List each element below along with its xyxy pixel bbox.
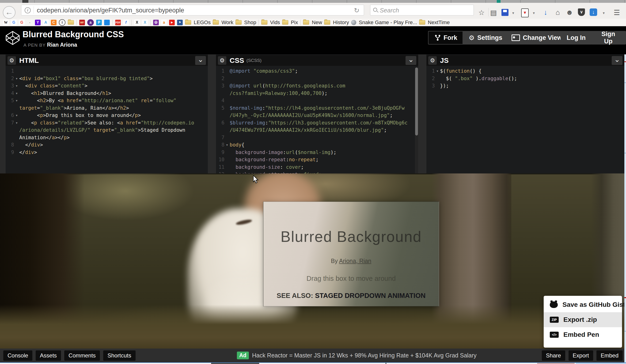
code-line[interactable]: 10 background-repeat:no-repeat; — [216, 156, 418, 164]
html-settings-gear-icon[interactable]: ⚙ — [7, 56, 16, 65]
bookmark-item[interactable]: New — [302, 19, 322, 26]
ad-text[interactable]: Hack Reactor = Master JS in 12 Wks + 98%… — [252, 352, 477, 359]
code-line[interactable]: 6$blurred-img:"https://lh3.googleusercon… — [216, 119, 418, 127]
fork-button[interactable]: Fork — [428, 31, 464, 44]
code-line[interactable]: 3@import url(http://fonts.googleapis.com — [216, 82, 418, 90]
bookmark-item[interactable]: History — [323, 19, 349, 26]
comments-button[interactable]: Comments — [64, 350, 100, 361]
see-also-link[interactable]: STAGED DROPDOWN ANIMATION — [315, 292, 426, 299]
bookmark-favicon[interactable]: PDF — [115, 20, 121, 25]
shield-extension-icon[interactable]: ∨ — [578, 8, 585, 16]
fold-arrow-icon[interactable]: ▾ — [14, 90, 19, 97]
draggable-blurred-box[interactable]: Blurred Background By Ariona, Rian Drag … — [263, 202, 439, 306]
bookmark-favicon[interactable]: ☮ — [153, 20, 159, 25]
bookmark-star-icon[interactable]: ☆ — [477, 8, 486, 17]
bookmark-item[interactable]: Pix — [281, 19, 298, 26]
html-code-editor[interactable]: 12▾<div id="box1" class="box blurred-bg … — [6, 68, 208, 174]
fold-arrow-icon[interactable]: ▾ — [14, 119, 19, 127]
fold-arrow-icon[interactable]: ▾ — [14, 97, 19, 105]
reload-icon[interactable]: ↻ — [354, 6, 359, 14]
code-line[interactable]: Animation</a></p> — [6, 134, 208, 142]
codepen-logo-icon[interactable] — [5, 31, 20, 45]
code-line[interactable]: 7 — [216, 134, 418, 142]
bookmark-item[interactable]: LEGOs — [184, 19, 211, 26]
bookmark-item[interactable]: Vids — [260, 19, 280, 26]
bookmark-favicon[interactable] — [104, 20, 110, 25]
bookmark-favicon[interactable]: WF — [79, 20, 85, 25]
search-input[interactable]: Search — [370, 5, 474, 15]
js-collapse-button[interactable]: ⌄ — [612, 56, 623, 65]
code-line[interactable]: 1@import "compass/css3"; — [216, 68, 418, 75]
signup-button[interactable]: Sign Up — [590, 31, 626, 44]
code-line[interactable]: /U47yh_-OycI/AAAAAAAAI2U/uaU5pK49N1w/s16… — [216, 112, 418, 119]
menu-item-export-zip[interactable]: ZIP Export .zip — [544, 312, 622, 327]
bookmark-favicon[interactable]: Y — [35, 20, 40, 25]
code-line[interactable]: /U474EWu7Y9I/AAAAAAAAI2k/xkRGoIEC1iU/s16… — [216, 127, 418, 134]
code-line[interactable]: 1 — [6, 68, 208, 75]
css-settings-gear-icon[interactable]: ⚙ — [218, 56, 226, 65]
code-line[interactable]: 11 background-size: cover; — [216, 164, 418, 171]
change-view-button[interactable]: Change View — [506, 31, 568, 44]
bookmark-item[interactable]: Work — [212, 19, 233, 26]
code-line[interactable]: 8 </div> — [6, 141, 208, 149]
css-collapse-button[interactable]: ⌄ — [405, 56, 416, 65]
css-code-editor[interactable]: 1@import "compass/css3";23@import url(ht… — [216, 68, 418, 174]
browser-tab-strip[interactable] — [0, 0, 626, 3]
code-line[interactable]: /css?family=Raleway:100,400,700); — [216, 90, 418, 97]
extension-dropdown-caret-icon[interactable]: ▾ — [603, 11, 605, 15]
embed-button[interactable]: Embed — [596, 350, 623, 361]
bookmark-item[interactable]: NextTime — [418, 19, 450, 26]
bookmark-favicon[interactable]: X — [142, 20, 148, 25]
bookmark-favicon[interactable]: ▶ — [169, 20, 175, 25]
code-line[interactable]: 4▾ <h1>Blurred Background</h1> — [6, 90, 208, 97]
fold-arrow-icon[interactable]: ▾ — [14, 82, 19, 90]
bookmark-favicon[interactable]: i — [59, 19, 65, 26]
code-line[interactable]: 9 background-image:url($normal-img); — [216, 149, 418, 156]
code-line[interactable]: 5▾ <h2>By <a href="http://ariona.net" re… — [6, 97, 208, 105]
fold-arrow-icon[interactable]: ▾ — [435, 68, 440, 75]
export-button[interactable]: Export — [569, 350, 593, 361]
save-session-icon[interactable] — [502, 9, 509, 16]
bookmark-favicon[interactable]: G — [19, 20, 25, 25]
code-line[interactable]: target="_blank">Ariona, Rian</a></h2> — [6, 105, 208, 112]
bookmark-favicon[interactable]: X — [134, 20, 140, 25]
pocket-icon[interactable]: ▼ — [521, 8, 529, 17]
bookmark-favicon[interactable]: a — [161, 20, 167, 25]
share-button[interactable]: Share — [542, 350, 565, 361]
bookmark-favicon[interactable]: C — [51, 20, 57, 25]
bookmark-favicon[interactable]: G — [11, 20, 17, 25]
code-line[interactable]: 9</div> — [6, 149, 208, 156]
reading-list-icon[interactable]: ▤ — [489, 8, 498, 17]
home-icon[interactable]: ⌂ — [553, 8, 562, 16]
code-line[interactable]: 4 — [216, 97, 418, 105]
settings-button[interactable]: ⚙ Settings — [463, 31, 509, 44]
fold-arrow-icon[interactable]: ▾ — [225, 141, 230, 149]
ad-banner[interactable]: Ad Hack Reactor = Master JS in 12 Wks + … — [237, 349, 477, 362]
bookmark-favicon[interactable]: a — [87, 19, 94, 26]
assets-button[interactable]: Assets — [36, 350, 61, 361]
code-line[interactable]: 3}); — [427, 82, 624, 90]
code-line[interactable]: 2 — [216, 75, 418, 82]
code-line[interactable]: 6▾ <p>Drag this box to move around</p> — [6, 112, 208, 119]
box-author-link[interactable]: Ariona, Rian — [339, 257, 372, 264]
css-scrollbar-thumb[interactable] — [415, 68, 418, 136]
bookmark-favicon[interactable]: - — [27, 20, 33, 25]
code-line[interactable]: 7▾ <p class="related">See also: <a href=… — [6, 119, 208, 127]
save-dropdown-caret-icon[interactable]: ▾ — [512, 11, 514, 15]
code-line[interactable]: 3▾ <div class="content"> — [6, 82, 208, 90]
feedback-smiley-icon[interactable]: ☻ — [565, 8, 574, 16]
site-info-icon[interactable]: i — [25, 7, 31, 13]
menu-item-save-gist[interactable]: Save as GitHub Gist — [544, 297, 622, 312]
active-tab-sliver[interactable] — [22, 0, 28, 3]
bookmark-favicon[interactable]: P — [96, 20, 102, 25]
bookmark-favicon[interactable]: A — [43, 20, 48, 25]
downloads-icon[interactable]: ↓ — [541, 8, 550, 16]
code-line[interactable]: 2 $( ".box" ).draggable(); — [427, 75, 624, 82]
bookmark-favicon[interactable]: f — [123, 20, 129, 25]
bookmark-favicon[interactable]: ⚑ — [177, 20, 183, 25]
code-line[interactable]: 12 background-attachment: fixed; — [216, 171, 418, 174]
bookmark-favicon[interactable]: W — [3, 20, 9, 25]
background-tab-favicon[interactable] — [497, 0, 501, 3]
code-line[interactable]: /ariona/details/LVZLGP/" target="_blank"… — [6, 127, 208, 134]
code-line[interactable]: 2▾<div id="box1" class="box blurred-bg t… — [6, 75, 208, 82]
